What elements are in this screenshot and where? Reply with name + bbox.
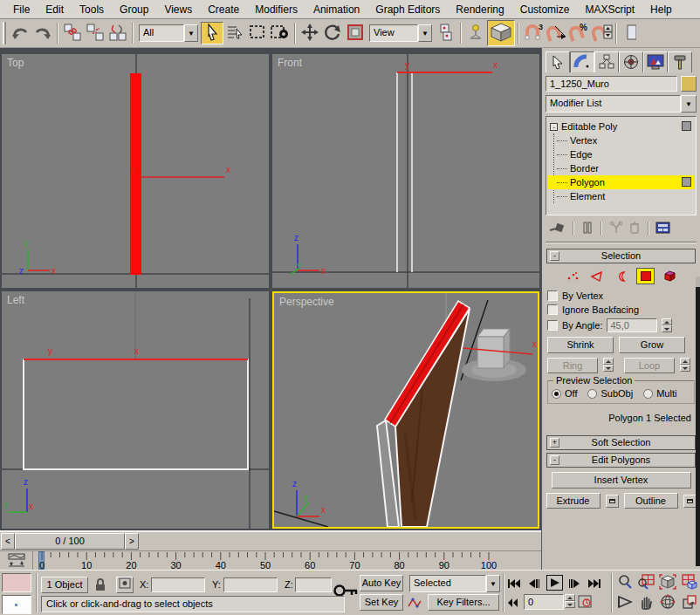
viewport-front[interactable]: Front y x z	[272, 54, 539, 288]
command-panel-scrollbar[interactable]	[696, 277, 700, 566]
viewport-front-canvas[interactable]: y x z y x	[272, 54, 539, 288]
show-end-result-button[interactable]	[580, 221, 594, 236]
dropdown-arrow-icon[interactable]: ▼	[418, 24, 432, 42]
viewport-left-label[interactable]: Left	[7, 294, 24, 306]
next-frame-button[interactable]	[566, 576, 582, 591]
select-and-scale-button[interactable]	[344, 22, 367, 44]
stack-row-element[interactable]: Element	[548, 189, 694, 203]
extrude-button[interactable]: Extrude	[546, 493, 600, 509]
viewport-top-label[interactable]: Top	[7, 57, 24, 69]
viewport-left-canvas[interactable]: y x z y x	[2, 291, 269, 529]
tab-modify[interactable]	[570, 51, 594, 72]
stack-onoff-icon[interactable]	[682, 121, 691, 131]
set-key-button[interactable]: Set Key	[360, 594, 403, 611]
select-and-rotate-button[interactable]	[321, 22, 344, 44]
zoom-button[interactable]	[615, 574, 635, 591]
rollout-selection-header[interactable]: - Selection	[546, 249, 696, 263]
time-slider-prev-arrow[interactable]: <	[1, 533, 15, 550]
x-coord-field[interactable]	[151, 577, 205, 592]
time-slider-next-arrow[interactable]: >	[125, 533, 139, 550]
insert-vertex-button[interactable]: Insert Vertex	[552, 472, 691, 489]
menu-views[interactable]: Views	[156, 2, 200, 17]
menu-animation[interactable]: Animation	[305, 2, 367, 17]
current-frame-field[interactable]: 0	[524, 594, 564, 610]
menu-edit[interactable]: Edit	[38, 2, 72, 17]
named-selection-sets-button[interactable]	[620, 22, 642, 44]
ring-button[interactable]: Ring	[547, 358, 598, 373]
menu-customize[interactable]: Customize	[512, 2, 578, 17]
spinner-snap-toggle-button[interactable]	[590, 22, 613, 44]
element-level-icon[interactable]	[661, 268, 679, 284]
viewport-top[interactable]: Top z x y x	[2, 54, 269, 288]
menu-group[interactable]: Group	[112, 2, 156, 17]
collapse-icon[interactable]: -	[550, 455, 559, 465]
wireframe-color-swatch[interactable]	[681, 76, 697, 92]
outline-button[interactable]: Outline	[624, 493, 678, 509]
scrollbar-thumb[interactable]	[696, 277, 700, 287]
pin-stack-button[interactable]	[549, 221, 566, 236]
absolute-offset-toggle[interactable]	[116, 577, 134, 593]
loop-spinner[interactable]	[680, 358, 690, 373]
dropdown-arrow-icon[interactable]: ▼	[486, 575, 500, 592]
track-bar-ruler[interactable]: 0102030405060708090100	[33, 551, 541, 570]
unlink-selection-button[interactable]	[84, 22, 106, 44]
border-level-icon[interactable]	[612, 268, 630, 284]
expand-icon[interactable]: +	[550, 438, 559, 448]
make-unique-button[interactable]	[608, 221, 624, 236]
rollout-soft-selection-header[interactable]: + Soft Selection	[546, 435, 696, 450]
window-crossing-toggle-button[interactable]	[269, 22, 292, 44]
reference-coordinate-combo[interactable]: View ▼	[369, 24, 432, 42]
shrink-button[interactable]: Shrink	[547, 337, 614, 353]
menu-tools[interactable]: Tools	[72, 2, 112, 17]
time-configuration-button[interactable]	[577, 595, 593, 610]
previous-frame-button[interactable]	[526, 576, 542, 591]
select-by-name-button[interactable]	[223, 22, 246, 44]
loop-button[interactable]: Loop	[624, 358, 675, 373]
remove-modifier-button[interactable]	[628, 221, 642, 236]
by-angle-spinner[interactable]	[662, 318, 672, 332]
z-coord-field[interactable]	[295, 577, 332, 592]
stack-row-editable-poly[interactable]: - Editable Poly	[548, 120, 694, 133]
viewport-perspective[interactable]: Perspective	[272, 291, 539, 529]
percent-snap-toggle-button[interactable]: %	[567, 22, 590, 44]
by-angle-checkbox[interactable]	[547, 320, 558, 331]
go-to-start-button[interactable]	[506, 576, 522, 591]
menu-modifiers[interactable]: Modifiers	[247, 2, 305, 17]
select-and-link-button[interactable]	[61, 22, 84, 44]
tab-display[interactable]	[643, 51, 668, 72]
use-pivot-center-button[interactable]	[435, 22, 457, 44]
pan-button[interactable]	[636, 594, 655, 612]
zoom-extents-button[interactable]	[658, 574, 677, 591]
rollout-edit-polygons-header[interactable]: - Edit Polygons	[546, 453, 696, 468]
tab-hierarchy[interactable]	[594, 51, 619, 72]
zoom-all-button[interactable]	[636, 574, 655, 591]
y-coord-field[interactable]	[223, 577, 278, 592]
play-button[interactable]	[546, 575, 563, 591]
menu-maxscript[interactable]: MAXScript	[577, 2, 642, 17]
viewport-perspective-canvas[interactable]: x z	[274, 293, 538, 527]
collapse-icon[interactable]: -	[550, 251, 559, 261]
collapse-box-icon[interactable]: -	[550, 123, 558, 131]
menu-file[interactable]: File	[5, 2, 38, 17]
snaps-toggle-button[interactable]: 3	[522, 22, 545, 44]
angle-snap-toggle-button[interactable]	[545, 22, 567, 44]
outline-settings-button[interactable]	[683, 495, 697, 508]
bind-to-space-warp-button[interactable]	[106, 22, 129, 44]
selection-lock-toggle[interactable]	[93, 577, 107, 594]
tab-motion[interactable]	[619, 51, 643, 72]
stack-row-polygon-selected[interactable]: Polygon	[548, 175, 694, 189]
go-to-end-button[interactable]	[587, 576, 602, 591]
tab-utilities[interactable]	[668, 51, 692, 72]
key-selection-mode-combo[interactable]: Selected ▼	[409, 575, 500, 592]
preview-off-radio[interactable]	[552, 389, 561, 399]
redo-button[interactable]	[31, 22, 54, 44]
viewport-top-canvas[interactable]: z x y x z	[2, 54, 269, 288]
stack-row-border[interactable]: Border	[548, 161, 694, 175]
viewport-perspective-label[interactable]: Perspective	[279, 296, 334, 308]
menu-create[interactable]: Create	[200, 2, 247, 17]
polygon-level-icon-active[interactable]	[636, 268, 655, 284]
tab-create[interactable]	[546, 51, 570, 72]
undo-button[interactable]	[9, 22, 31, 44]
toolbar-grip[interactable]	[3, 22, 6, 44]
menu-rendering[interactable]: Rendering	[448, 2, 511, 17]
